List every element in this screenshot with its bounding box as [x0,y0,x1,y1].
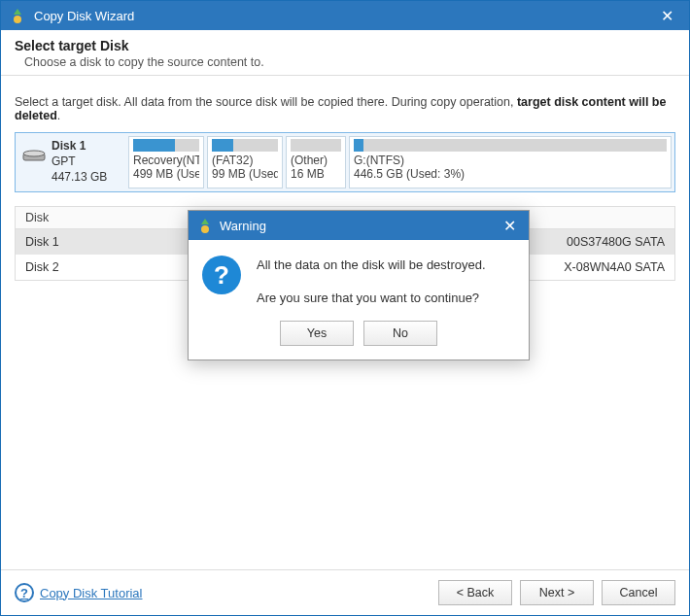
disk-type: GPT [52,154,107,169]
partition-label: G:(NTFS) [354,154,667,167]
app-icon [9,7,26,24]
svg-point-0 [14,16,21,23]
disk-name: Disk 1 [52,138,107,154]
partition-size: 99 MB (Used: 33%) [212,167,278,181]
partition-label: (Other) [291,154,341,167]
dialog-titlebar: Warning ✕ [189,211,529,240]
partition-size: 446.5 GB (Used: 3%) [354,167,667,181]
wizard-header: Select target Disk Choose a disk to copy… [1,30,689,76]
page-title: Select target Disk [15,38,675,53]
warning-dialog: Warning ✕ ? All the data on the disk wil… [188,210,530,360]
yes-button[interactable]: Yes [280,321,354,346]
disk-size: 447.13 GB [52,169,107,185]
partition-size: 499 MB (Used: 63%) [133,167,199,181]
dialog-message-line1: All the data on the disk will be destroy… [257,256,486,275]
disk-info: Disk 1 GPT 447.13 GB [18,136,125,188]
window-title: Copy Disk Wizard [34,9,652,23]
dialog-title: Warning [220,219,498,233]
window-close-icon[interactable]: ✕ [652,7,681,25]
app-icon [196,217,214,234]
help-label: Copy Disk Tutorial [40,586,142,600]
instruction-text: Select a target disk. All data from the … [15,95,675,122]
partition-fat32[interactable]: (FAT32) 99 MB (Used: 33%) [207,136,283,188]
wizard-window: Copy Disk Wizard ✕ Select target Disk Ch… [0,0,690,616]
page-subtitle: Choose a disk to copy the source content… [24,55,675,69]
disk-icon [22,150,46,166]
help-icon: ? [15,583,34,602]
wizard-footer: ? Copy Disk Tutorial < Back Next > Cance… [1,569,689,615]
selected-disk-panel[interactable]: Disk 1 GPT 447.13 GB Recovery(NTFS) 499 … [15,132,675,192]
partition-g[interactable]: G:(NTFS) 446.5 GB (Used: 3%) [349,136,672,188]
partition-label: Recovery(NTFS) [133,154,199,167]
question-icon: ? [202,256,241,294]
partition-other[interactable]: (Other) 16 MB [286,136,346,188]
instruction-prefix: Select a target disk. All data from the … [15,95,517,109]
partition-recovery[interactable]: Recovery(NTFS) 499 MB (Used: 63%) [128,136,204,188]
partition-size: 16 MB [291,167,341,181]
cancel-button[interactable]: Cancel [602,580,675,605]
help-link[interactable]: ? Copy Disk Tutorial [15,583,142,602]
back-button[interactable]: < Back [438,580,512,605]
next-button[interactable]: Next > [520,580,594,605]
svg-point-2 [23,151,45,156]
svg-point-3 [201,225,209,233]
partition-label: (FAT32) [212,154,278,167]
titlebar: Copy Disk Wizard ✕ [1,1,689,30]
dialog-close-icon[interactable]: ✕ [498,217,521,235]
dialog-message-line2: Are you sure that you want to continue? [257,289,486,308]
no-button[interactable]: No [363,321,437,346]
